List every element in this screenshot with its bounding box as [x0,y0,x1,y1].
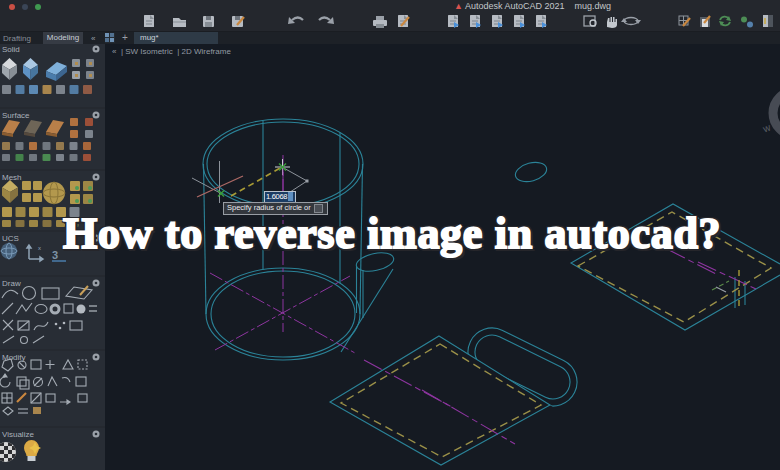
svg-text:Visualize: Visualize [2,430,34,439]
svg-text:Solid: Solid [2,45,20,54]
svg-text:Surface: Surface [2,111,30,120]
svg-text:3: 3 [52,249,58,261]
svg-text:Draw: Draw [2,279,21,288]
svg-text:Mesh: Mesh [2,173,22,182]
svg-text:x: x [38,245,41,251]
svg-text:UCS: UCS [2,234,19,243]
